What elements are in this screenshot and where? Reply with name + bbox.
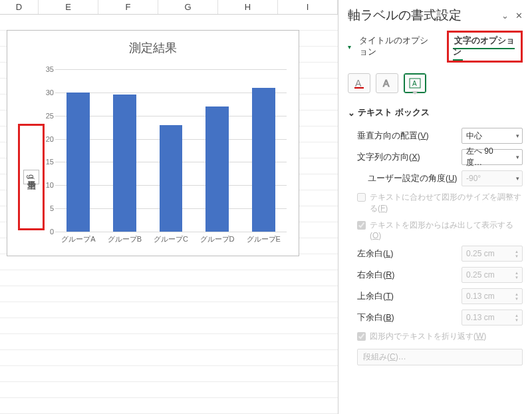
resize-checkbox: テキストに合わせて図形のサイズを調整する(F) [348, 189, 523, 217]
text-effects-icon[interactable]: A [376, 73, 398, 93]
y-axis-label-highlight: 平均重量（g） [18, 124, 45, 230]
chevron-down-icon: ▾ [516, 154, 519, 160]
columns-button: 段組み(C)… [357, 349, 523, 365]
overflow-checkbox: テキストを図形からはみ出して表示する(O) [348, 217, 523, 243]
bar[interactable] [252, 88, 275, 232]
column-headers: DEFGHI [0, 0, 338, 15]
svg-text:A: A [355, 78, 362, 89]
y-tick: 5 [50, 204, 54, 212]
margin-left-label: 左余白(L) [357, 248, 393, 260]
y-tick: 35 [46, 65, 54, 73]
x-tick: グループE [240, 234, 287, 248]
margin-right-label: 右余白(R) [357, 270, 394, 281]
section-textbox[interactable]: ⌄テキスト ボックス [348, 103, 523, 125]
plot-area [55, 69, 287, 232]
bar[interactable] [205, 106, 229, 232]
margin-left-input: 0.25 cm▲▼ [462, 246, 523, 262]
valign-select[interactable]: 中心▾ [462, 128, 523, 144]
svg-rect-1 [354, 87, 364, 89]
col-header[interactable]: E [39, 0, 98, 14]
textbox-icon[interactable]: A [404, 73, 426, 93]
svg-text:A: A [412, 80, 417, 87]
margin-bottom-input: 0.13 cm▲▼ [462, 310, 523, 325]
x-tick: グループB [102, 234, 148, 248]
col-header[interactable]: H [218, 0, 278, 14]
col-header[interactable]: F [98, 0, 158, 14]
pane-title: 軸ラベルの書式設定 [348, 7, 462, 24]
y-tick: 30 [46, 89, 54, 97]
chart-container[interactable]: 測定結果 05101520253035 グループAグループBグループCグループD… [7, 30, 299, 256]
tab-text-options[interactable]: 文字のオプション [453, 33, 515, 61]
bar[interactable] [113, 95, 136, 232]
custom-angle-input: -90°▾ [462, 170, 523, 186]
tab-title-options[interactable]: タイトルのオプション [358, 33, 438, 61]
chevron-down-icon[interactable]: ▾ [348, 43, 351, 51]
margin-top-label: 上余白(T) [357, 291, 394, 302]
x-tick: グループC [148, 234, 194, 248]
wrap-checkbox: 図形内でテキストを折り返す(W) [348, 328, 523, 345]
valign-label: 垂直方向の配置(V) [357, 130, 429, 142]
margin-right-input: 0.25 cm▲▼ [462, 267, 523, 283]
direction-label: 文字列の方向(X) [357, 152, 420, 163]
x-tick: グループA [55, 234, 102, 248]
y-axis-label[interactable]: 平均重量（g） [23, 170, 39, 184]
margin-bottom-label: 下余白(B) [357, 312, 394, 323]
format-pane: 軸ラベルの書式設定 ⌄ ✕ ▾ タイトルのオプション 文字のオプション A A … [338, 0, 532, 414]
text-fill-icon[interactable]: A [348, 73, 370, 93]
y-tick: 10 [46, 181, 54, 189]
margin-top-input: 0.13 cm▲▼ [462, 288, 523, 304]
direction-select[interactable]: 左へ 90 度…▾ [462, 149, 523, 165]
chevron-down-icon[interactable]: ⌄ [501, 11, 509, 21]
tab-text-options-highlight: 文字のオプション [447, 31, 523, 63]
col-header[interactable]: I [278, 0, 338, 14]
chevron-down-icon: ▾ [516, 132, 519, 139]
bar[interactable] [160, 125, 183, 232]
chevron-down-icon: ⌄ [348, 108, 355, 118]
y-tick: 0 [50, 228, 54, 236]
x-tick: グループD [194, 234, 241, 248]
chart-title[interactable]: 測定結果 [7, 40, 299, 56]
y-tick: 15 [46, 158, 54, 166]
x-tick-labels: グループAグループBグループCグループDグループE [55, 234, 287, 248]
close-icon[interactable]: ✕ [515, 11, 523, 21]
col-header[interactable]: G [158, 0, 218, 14]
custom-angle-label: ユーザー設定の角度(U) [368, 173, 457, 184]
spreadsheet-area: DEFGHI 測定結果 05101520253035 グループAグループBグルー… [0, 0, 338, 414]
bar[interactable] [66, 93, 90, 232]
pane-tabs: ▾ タイトルのオプション 文字のオプション [348, 29, 523, 69]
y-tick: 20 [46, 135, 54, 143]
svg-text:A: A [383, 78, 390, 89]
y-tick: 25 [46, 112, 54, 120]
col-header[interactable]: D [0, 0, 39, 14]
